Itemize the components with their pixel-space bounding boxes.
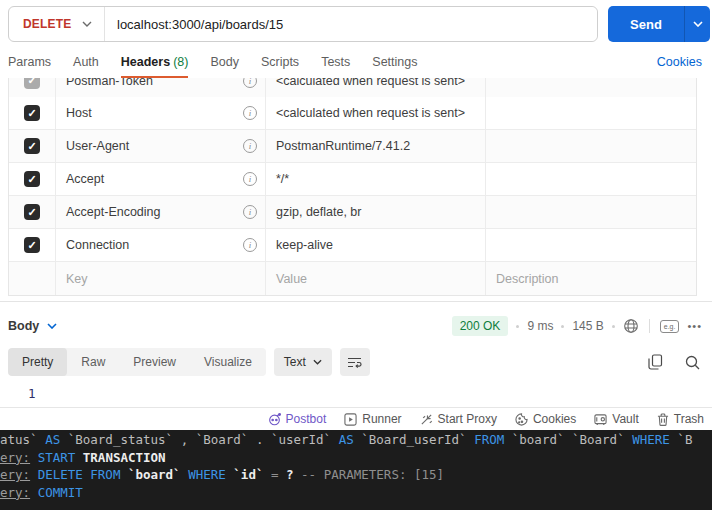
header-key: Connection	[66, 238, 243, 252]
url-input[interactable]	[105, 7, 597, 41]
header-value: <calculated when request is sent>	[266, 97, 486, 129]
tab-settings[interactable]: Settings	[372, 55, 417, 78]
headers-table: Postman-Token <calculated when request i…	[8, 78, 697, 296]
row-checkbox[interactable]	[24, 78, 40, 89]
status-badge[interactable]: 200 OK	[452, 316, 509, 336]
more-options-button[interactable]: •••	[687, 320, 702, 332]
view-tab-raw[interactable]: Raw	[67, 348, 119, 376]
header-description	[486, 78, 696, 97]
view-tab-preview[interactable]: Preview	[119, 348, 190, 376]
send-options-button[interactable]	[684, 6, 710, 42]
header-value: <calculated when request is sent>	[266, 78, 486, 97]
info-icon	[243, 78, 257, 88]
tab-params[interactable]: Params	[8, 55, 51, 78]
table-row: Host <calculated when request is sent>	[9, 97, 696, 130]
table-row: Postman-Token <calculated when request i…	[9, 78, 696, 97]
header-key: Host	[66, 106, 243, 120]
method-label: DELETE	[23, 17, 72, 31]
row-checkbox[interactable]	[24, 204, 40, 220]
request-tabs: Params Auth Headers(8) Body Scripts Test…	[0, 48, 712, 78]
dot-separator	[612, 325, 615, 328]
postman-window: DELETE Send Params Auth Headers(8) Body …	[0, 0, 712, 510]
chevron-down-icon	[47, 323, 57, 329]
runner-label: Runner	[362, 412, 401, 426]
runner-button[interactable]: Runner	[344, 412, 401, 426]
divider	[649, 319, 650, 333]
start-proxy-label: Start Proxy	[438, 412, 497, 426]
table-row: Accept */*	[9, 163, 696, 196]
header-value: PostmanRuntime/7.41.2	[266, 130, 486, 162]
console-line: ery: COMMIT	[0, 484, 712, 502]
value-placeholder[interactable]: Value	[266, 262, 486, 295]
row-checkbox[interactable]	[24, 237, 40, 253]
dot-separator	[516, 325, 519, 328]
info-icon	[243, 172, 257, 186]
wrap-lines-button[interactable]	[340, 348, 370, 376]
table-row: Connection keep-alive	[9, 229, 696, 262]
header-value: gzip, deflate, br	[266, 196, 486, 228]
info-icon	[243, 139, 257, 153]
network-globe-icon[interactable]	[623, 318, 639, 334]
tab-scripts[interactable]: Scripts	[261, 55, 299, 78]
response-size[interactable]: 145 B	[572, 319, 603, 333]
request-bar: DELETE Send	[0, 0, 712, 48]
row-checkbox[interactable]	[24, 138, 40, 154]
header-description	[486, 130, 696, 162]
table-row-empty: Key Value Description	[9, 262, 696, 295]
row-checkbox[interactable]	[24, 105, 40, 121]
header-value: */*	[266, 163, 486, 195]
tab-headers[interactable]: Headers(8)	[121, 55, 189, 78]
format-label: Text	[284, 355, 306, 369]
start-proxy-button[interactable]: Start Proxy	[420, 412, 497, 426]
search-icon[interactable]	[685, 355, 700, 370]
response-body-label: Body	[8, 319, 39, 333]
format-dropdown[interactable]: Text	[274, 348, 332, 376]
row-checkbox[interactable]	[24, 171, 40, 187]
response-body-viewer[interactable]: 1	[0, 380, 712, 407]
header-key: Accept-Encoding	[66, 205, 243, 219]
view-tab-pretty[interactable]: Pretty	[8, 348, 67, 376]
view-switcher: Pretty Raw Preview Visualize	[8, 348, 266, 376]
postbot-label: Postbot	[286, 412, 327, 426]
dot-separator	[561, 325, 564, 328]
info-icon	[243, 205, 257, 219]
url-box: DELETE	[8, 6, 598, 42]
header-description	[486, 196, 696, 228]
line-number: 1	[28, 386, 36, 401]
header-description	[486, 163, 696, 195]
info-icon	[243, 106, 257, 120]
method-dropdown[interactable]: DELETE	[9, 7, 105, 41]
clipped-row-wrapper: Postman-Token <calculated when request i…	[9, 78, 696, 97]
cookies-button[interactable]: Cookies	[515, 412, 576, 426]
trash-label: Trash	[674, 412, 704, 426]
send-button[interactable]: Send	[608, 6, 710, 42]
tab-auth[interactable]: Auth	[73, 55, 99, 78]
tab-body[interactable]: Body	[210, 55, 239, 78]
headers-count: (8)	[173, 55, 188, 69]
response-time[interactable]: 9 ms	[527, 319, 553, 333]
console-line: ery: START TRANSACTION	[0, 449, 712, 467]
console-line: ery: DELETE FROM `board` WHERE `id` = ? …	[0, 466, 712, 484]
cookies-label: Cookies	[533, 412, 576, 426]
info-icon	[243, 238, 257, 252]
header-description	[486, 229, 696, 261]
chevron-down-icon	[313, 359, 322, 365]
tab-tests[interactable]: Tests	[321, 55, 350, 78]
header-key: User-Agent	[66, 139, 243, 153]
header-key: Postman-Token	[66, 78, 243, 88]
copy-icon[interactable]	[648, 354, 663, 370]
response-meta: 200 OK 9 ms 145 B e.g. •••	[452, 316, 702, 336]
response-body-dropdown[interactable]: Body	[8, 319, 57, 333]
save-as-example-icon[interactable]: e.g.	[660, 320, 680, 333]
trash-button[interactable]: Trash	[657, 412, 704, 426]
table-row: User-Agent PostmanRuntime/7.41.2	[9, 130, 696, 163]
postbot-button[interactable]: Postbot	[268, 412, 327, 426]
cookies-link[interactable]: Cookies	[657, 55, 702, 78]
view-tab-visualize[interactable]: Visualize	[190, 348, 266, 376]
console-line: atus` AS `Board_status` , `Board` . `use…	[0, 431, 712, 449]
key-placeholder[interactable]: Key	[66, 272, 257, 286]
vault-button[interactable]: Vault	[594, 412, 638, 426]
description-placeholder[interactable]: Description	[486, 262, 696, 295]
console-log[interactable]: atus` AS `Board_status` , `Board` . `use…	[0, 430, 712, 510]
header-value: keep-alive	[266, 229, 486, 261]
